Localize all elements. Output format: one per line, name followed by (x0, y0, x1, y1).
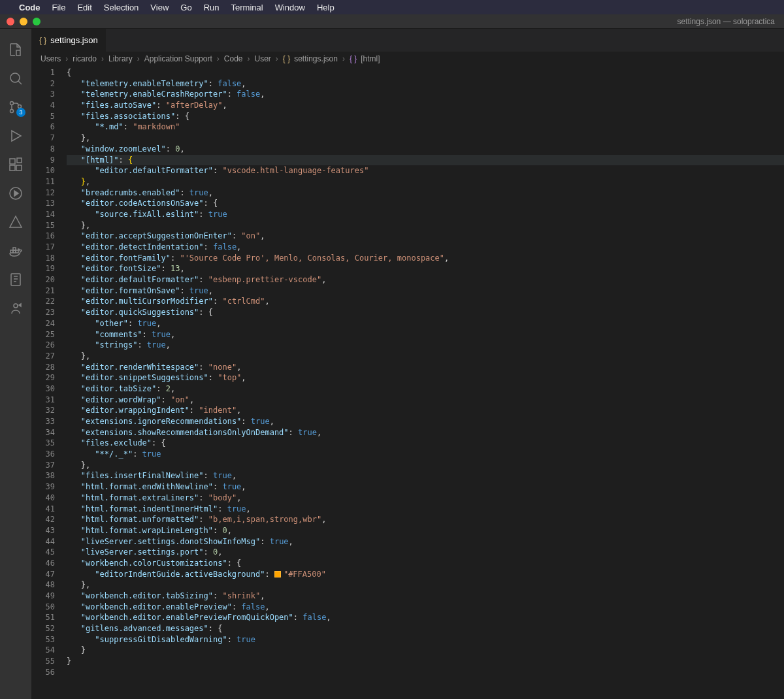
code-line[interactable]: "source.fixAll.eslint": true (67, 209, 784, 220)
code-line[interactable]: }, (67, 579, 784, 591)
live-share-icon[interactable] (0, 294, 31, 323)
line-number: 44 (31, 536, 55, 547)
line-number: 24 (31, 318, 55, 329)
menu-item-window[interactable]: Window (275, 3, 305, 12)
menu-item-code[interactable]: Code (19, 3, 41, 12)
code-line[interactable]: "telemetry.enableCrashReporter": false, (67, 89, 784, 100)
code-line[interactable]: "liveServer.settings.port": 0, (67, 547, 784, 558)
code-line[interactable]: }, (67, 133, 784, 144)
code-line[interactable]: "editor.wordWrap": "on", (67, 395, 784, 406)
code-line[interactable] (67, 667, 784, 678)
code-line[interactable]: } (67, 656, 784, 667)
code-line[interactable]: "editor.multiCursorModifier": "ctrlCmd", (67, 296, 784, 307)
code-line[interactable]: "workbench.editor.enablePreviewFromQuick… (67, 612, 784, 623)
source-control-icon[interactable]: 3 (0, 93, 31, 122)
code-line[interactable]: "workbench.editor.tabSizing": "shrink", (67, 591, 784, 602)
code-line[interactable]: "html.format.endWithNewline": true, (67, 481, 784, 493)
run-debug-icon[interactable] (0, 122, 31, 150)
extensions-icon[interactable] (0, 150, 31, 179)
code-line[interactable]: "editor.fontSize": 13, (67, 263, 784, 274)
code-line[interactable]: "files.insertFinalNewline": true, (67, 470, 784, 481)
minimize-window-button[interactable] (20, 18, 27, 25)
line-number: 34 (31, 427, 55, 438)
line-number: 30 (31, 383, 55, 395)
code-line[interactable]: }, (67, 351, 784, 362)
code-line[interactable]: "editorIndentGuide.activeBackground": "#… (67, 569, 784, 580)
code-line[interactable]: "[html]": { (67, 155, 784, 166)
maximize-window-button[interactable] (33, 18, 41, 25)
code-line[interactable]: "html.format.extraLiners": "body", (67, 493, 784, 504)
code-line[interactable]: "suppressGitDisabledWarning": true (67, 634, 784, 645)
code-editor[interactable]: 1234567891011121314151617181920212223242… (31, 66, 784, 699)
line-number: 46 (31, 558, 55, 569)
code-line[interactable]: "telemetry.enableTelemetry": false, (67, 78, 784, 89)
breadcrumbs[interactable]: Users›ricardo›Library›Application Suppor… (31, 52, 784, 66)
code-line[interactable]: }, (67, 460, 784, 471)
code-line[interactable]: "editor.tabSize": 2, (67, 383, 784, 395)
code-line[interactable]: "extensions.ignoreRecommendations": true… (67, 416, 784, 427)
line-number: 26 (31, 340, 55, 351)
chevron-right-icon: › (247, 54, 250, 63)
breadcrumb-segment[interactable]: settings.json (294, 54, 338, 63)
code-line[interactable]: "editor.defaultFormatter": "vscode.html-… (67, 165, 784, 176)
menu-item-go[interactable]: Go (180, 3, 191, 12)
line-number: 21 (31, 285, 55, 297)
code-line[interactable]: "html.format.wrapLineLength": 0, (67, 525, 784, 536)
code-line[interactable]: }, (67, 176, 784, 187)
code-line[interactable]: "editor.acceptSuggestionOnEnter": "on", (67, 231, 784, 242)
code-line[interactable]: "other": true, (67, 318, 784, 329)
code-line[interactable]: "liveServer.settings.donotShowInfoMsg": … (67, 536, 784, 547)
tab-settings-json[interactable]: { } settings.json (31, 29, 106, 52)
breadcrumb-segment[interactable]: Library (108, 54, 133, 63)
menu-item-selection[interactable]: Selection (104, 3, 139, 12)
menu-item-terminal[interactable]: Terminal (231, 3, 263, 12)
breadcrumb-segment[interactable]: Code (224, 54, 243, 63)
breadcrumb-segment[interactable]: Users (41, 54, 61, 63)
code-line[interactable]: "breadcrumbs.enabled": true, (67, 187, 784, 199)
live-server-icon[interactable] (0, 179, 31, 208)
code-line[interactable]: "editor.defaultFormatter": "esbenp.prett… (67, 274, 784, 285)
code-line[interactable]: "gitlens.advanced.messages": { (67, 623, 784, 634)
code-line[interactable]: "*.md": "markdown" (67, 122, 784, 133)
code-line[interactable]: "strings": true, (67, 340, 784, 351)
code-line[interactable]: "editor.wrappingIndent": "indent", (67, 405, 784, 416)
menu-item-help[interactable]: Help (317, 3, 335, 12)
code-line[interactable]: "files.autoSave": "afterDelay", (67, 100, 784, 111)
menu-item-edit[interactable]: Edit (77, 3, 91, 12)
breadcrumb-segment[interactable]: Application Support (144, 54, 212, 63)
project-manager-icon[interactable] (0, 265, 31, 294)
code-line[interactable]: "comments": true, (67, 329, 784, 340)
code-line[interactable]: "editor.quickSuggestions": { (67, 307, 784, 318)
code-line[interactable]: "**/._*": true (67, 449, 784, 460)
docker-icon[interactable] (0, 236, 31, 265)
close-window-button[interactable] (7, 18, 14, 25)
breadcrumb-segment[interactable]: ricardo (73, 54, 97, 63)
menu-item-run[interactable]: Run (204, 3, 220, 12)
code-line[interactable]: "editor.formatOnSave": true, (67, 285, 784, 297)
code-line[interactable]: "files.associations": { (67, 111, 784, 122)
breadcrumb-segment[interactable]: User (254, 54, 270, 63)
line-number: 56 (31, 667, 55, 678)
azure-icon[interactable] (0, 208, 31, 236)
code-line[interactable]: "editor.detectIndentation": false, (67, 242, 784, 253)
code-line[interactable]: "editor.fontFamily": "'Source Code Pro',… (67, 253, 784, 264)
code-line[interactable]: "workbench.editor.enablePreview": false, (67, 602, 784, 613)
code-line[interactable]: "extensions.showRecommendationsOnlyOnDem… (67, 427, 784, 438)
code-content[interactable]: { "telemetry.enableTelemetry": false, "t… (67, 66, 784, 699)
code-line[interactable]: } (67, 645, 784, 656)
menu-item-file[interactable]: File (52, 3, 66, 12)
code-line[interactable]: "window.zoomLevel": 0, (67, 144, 784, 155)
code-line[interactable]: "editor.snippetSuggestions": "top", (67, 372, 784, 383)
code-line[interactable]: "html.format.indentInnerHtml": true, (67, 504, 784, 515)
code-line[interactable]: "html.format.unformatted": "b,em,i,span,… (67, 514, 784, 525)
code-line[interactable]: "editor.codeActionsOnSave": { (67, 198, 784, 209)
code-line[interactable]: { (67, 67, 784, 78)
menu-item-view[interactable]: View (150, 3, 169, 12)
search-icon[interactable] (0, 64, 31, 93)
breadcrumb-segment[interactable]: [html] (361, 54, 380, 63)
code-line[interactable]: "files.exclude": { (67, 438, 784, 449)
explorer-icon[interactable] (0, 35, 31, 64)
code-line[interactable]: }, (67, 220, 784, 231)
code-line[interactable]: "workbench.colorCustomizations": { (67, 558, 784, 569)
code-line[interactable]: "editor.renderWhitespace": "none", (67, 362, 784, 373)
